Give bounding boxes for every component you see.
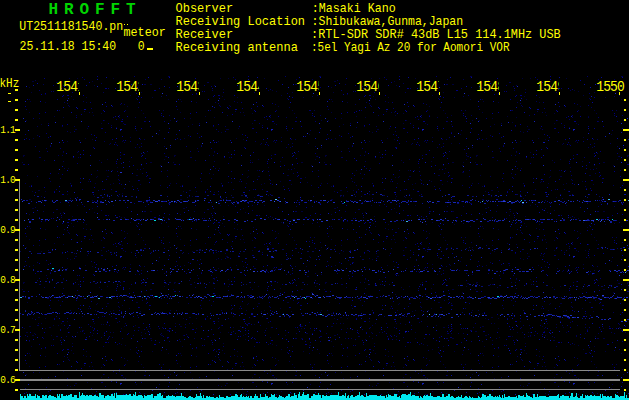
svg-text:H R O F F T: H R O F F T [49,1,137,19]
svg-text:0: 0 [138,39,145,54]
svg-text:Receiving antenna: Receiving antenna [176,40,299,56]
svg-text:154: 154 [176,78,197,95]
svg-text::5el Yagi Az 20 for Aomori VOR: :5el Yagi Az 20 for Aomori VOR [311,41,510,56]
svg-text:0.8: 0.8 [0,275,15,287]
svg-text:UT2511181540.pn: UT2511181540.pn [19,20,123,35]
svg-text:154: 154 [296,78,317,95]
svg-text:154: 154 [536,78,557,95]
svg-text:154: 154 [416,78,437,95]
svg-text:kHz: kHz [0,76,19,91]
svg-text:154: 154 [356,78,377,95]
svg-text:1550: 1550 [596,78,624,95]
svg-text:154: 154 [476,78,497,95]
svg-text:154: 154 [56,78,77,95]
svg-text:0.9: 0.9 [0,225,15,237]
svg-text:1.1: 1.1 [0,125,15,137]
svg-text:1.0: 1.0 [0,175,15,187]
svg-text:154: 154 [236,78,257,95]
svg-text:0.6: 0.6 [0,375,15,387]
svg-text:25.11.18 15:40: 25.11.18 15:40 [20,39,116,54]
svg-text:0.7: 0.7 [0,325,15,337]
svg-text:154: 154 [116,78,137,95]
